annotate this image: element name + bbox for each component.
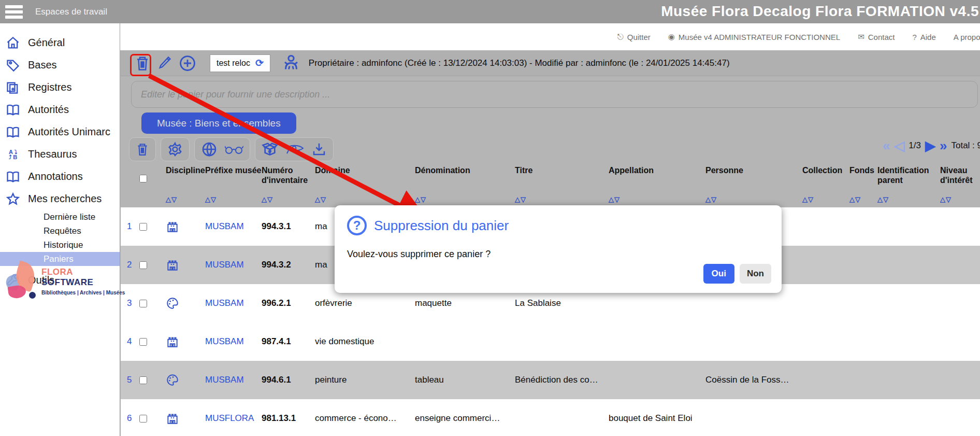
prefix-link[interactable]: MUSBAM: [205, 298, 262, 308]
row-number-link[interactable]: 3: [121, 298, 139, 308]
sort-denomination[interactable]: △▽: [415, 194, 515, 204]
globe-icon: [201, 141, 218, 158]
sort-niveau[interactable]: △▽: [940, 194, 976, 204]
delete-selection-button[interactable]: [129, 137, 156, 161]
sort-personne[interactable]: △▽: [705, 194, 802, 204]
sidebar-item-registres[interactable]: Registres: [0, 76, 120, 99]
sort-identification[interactable]: △▽: [877, 194, 940, 204]
sidebar-item-autorites[interactable]: Autorités: [0, 99, 120, 121]
personne-cell: Coëssin de la Foss…: [705, 375, 802, 385]
sidebar-item-thesaurus[interactable]: A ⤵⤴ B Thesaurus: [0, 143, 120, 165]
exit-icon: ⎋: [617, 32, 624, 41]
row-checkbox[interactable]: [139, 376, 147, 384]
sort-discipline[interactable]: △▽: [166, 194, 205, 204]
total-count: Total : 9: [951, 140, 980, 151]
question-circle-icon: ?: [347, 216, 367, 235]
row-number-link[interactable]: 6: [121, 413, 139, 424]
open-box-icon: [262, 141, 278, 158]
row-checkbox[interactable]: [139, 300, 147, 307]
flora-software-logo: FLORA SOFTWARE Bibliothèques | Archives …: [4, 263, 116, 299]
hamburger-menu-icon[interactable]: [5, 5, 23, 19]
inventory-number: 996.2.1: [262, 298, 315, 308]
titre-cell: La Sablaise: [515, 298, 609, 308]
basket-description-input[interactable]: Editer le panier pour fournir une descri…: [131, 81, 978, 108]
domaine-cell: peinture: [315, 375, 415, 385]
domaine-cell: commerce - écono…: [315, 413, 415, 424]
confirm-yes-button[interactable]: Oui: [703, 264, 734, 284]
add-basket-button[interactable]: [178, 54, 197, 72]
trash-icon: [136, 142, 149, 157]
sort-az-icon: A ⤵⤴ B: [5, 147, 21, 162]
castle-icon: [156, 335, 205, 348]
contact-link[interactable]: ✉ Contact: [858, 32, 895, 41]
glasses-icon: [225, 144, 243, 155]
sidebar-item-autorites-unimarc[interactable]: Autorités Unimarc: [0, 121, 120, 143]
registers-icon: [5, 80, 21, 95]
row-number-link[interactable]: 5: [121, 375, 139, 385]
row-checkbox[interactable]: [139, 223, 147, 231]
app-title: Musée Flora Decalog Flora FORMATION v4.5: [661, 3, 979, 20]
table-row[interactable]: 6 MUSFLORA 981.13.1 commerce - écono… en…: [121, 399, 980, 436]
row-number-link[interactable]: 4: [121, 336, 139, 347]
help-link[interactable]: ? Aide: [912, 33, 935, 41]
row-checkbox[interactable]: [139, 261, 147, 269]
inventory-number: 987.4.1: [262, 336, 315, 347]
sort-domaine[interactable]: △▽: [315, 194, 415, 204]
sidebar-item-annotations[interactable]: Annotations: [0, 165, 120, 188]
sort-appellation[interactable]: △▽: [609, 194, 705, 204]
trash-icon: [135, 54, 150, 72]
prefix-link[interactable]: MUSBAM: [205, 260, 262, 270]
last-page-icon[interactable]: »: [940, 139, 947, 152]
row-checkbox[interactable]: [139, 338, 147, 346]
prefix-link[interactable]: MUSFLORA: [205, 413, 262, 424]
basket-name-button[interactable]: test reloc ⟳: [210, 54, 270, 72]
prev-page-icon[interactable]: ◁: [894, 139, 904, 152]
prefix-link[interactable]: MUSBAM: [205, 336, 262, 347]
first-page-icon[interactable]: «: [883, 139, 890, 152]
sidebar-item-general[interactable]: Général: [0, 32, 120, 54]
inventory-number: 994.3.2: [262, 260, 315, 270]
castle-icon: [156, 220, 205, 233]
table-row[interactable]: 4 MUSBAM 987.4.1 vie domestique: [121, 322, 980, 361]
row-number-link[interactable]: 1: [121, 221, 139, 232]
sidebar-subitem-requetes[interactable]: Requêtes: [0, 224, 120, 238]
sort-collection[interactable]: △▽: [802, 194, 849, 204]
sort-fonds[interactable]: △▽: [849, 194, 877, 204]
sidebar-subitem-historique[interactable]: Historique: [0, 238, 120, 252]
sidebar-subitem-derniere-liste[interactable]: Dernière liste: [0, 210, 120, 224]
sort-titre[interactable]: △▽: [515, 194, 609, 204]
edit-basket-button[interactable]: [156, 55, 174, 72]
download-icon: [311, 142, 327, 157]
sidebar: Général Bases Registres Autorités Autori…: [0, 23, 120, 436]
sidebar-item-bases[interactable]: Bases: [0, 54, 120, 76]
settings-button[interactable]: [161, 137, 190, 161]
view-options-button[interactable]: [194, 137, 250, 161]
next-page-icon[interactable]: ▶: [925, 139, 935, 152]
palette-icon: [156, 373, 205, 387]
logo-butterfly-icon: [4, 263, 37, 299]
domaine-cell: orfèvrerie: [315, 298, 415, 308]
plus-circle-icon: [179, 54, 196, 72]
sort-numero[interactable]: △▽: [262, 194, 315, 204]
current-user[interactable]: ◉ Musée v4 ADMINISTRATEUR FONCTIONNEL: [668, 32, 840, 41]
table-row[interactable]: 5 MUSBAM 994.6.1 peinture tableau Bénédi…: [121, 361, 980, 399]
eye-of-horus-icon: [285, 143, 304, 156]
about-link[interactable]: A propos: [954, 33, 980, 41]
prefix-link[interactable]: MUSBAM: [205, 375, 262, 385]
titre-cell: Bénédiction des co…: [515, 375, 609, 385]
quit-link[interactable]: ⎋ Quitter: [617, 32, 651, 41]
appellation-cell: bouquet de Saint Eloi: [609, 413, 705, 424]
open-book-icon: [5, 169, 21, 185]
delete-basket-button[interactable]: [133, 54, 152, 72]
row-checkbox[interactable]: [139, 415, 147, 423]
sort-prefixe[interactable]: △▽: [205, 194, 262, 204]
prefix-link[interactable]: MUSBAM: [205, 221, 262, 232]
select-all-checkbox[interactable]: [139, 175, 147, 182]
sidebar-item-mes-recherches[interactable]: Mes recherches: [0, 188, 120, 210]
page-indicator: 1/3: [909, 140, 921, 151]
confirm-no-button[interactable]: Non: [740, 264, 771, 284]
scope-tab-musee-biens[interactable]: Musée : Biens et ensembles: [141, 112, 296, 134]
export-tools-button[interactable]: [255, 137, 334, 161]
home-icon: [5, 35, 21, 51]
refresh-icon[interactable]: ⟳: [255, 57, 264, 69]
